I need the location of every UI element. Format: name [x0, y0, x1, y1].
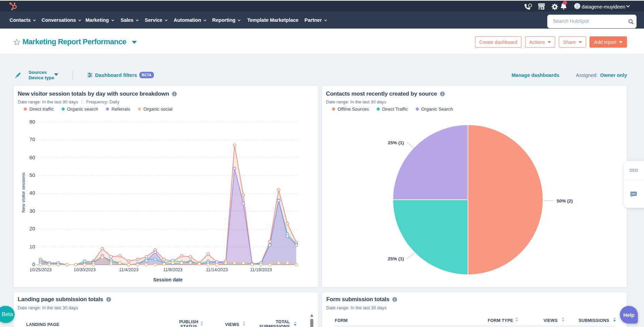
svg-text:New visitor sessions: New visitor sessions — [21, 173, 26, 213]
svg-text:11/14/2023: 11/14/2023 — [206, 267, 228, 272]
svg-text:20: 20 — [29, 226, 35, 231]
svg-text:70: 70 — [29, 136, 35, 142]
svg-text:50% (2): 50% (2) — [557, 198, 573, 203]
svg-text:60: 60 — [29, 154, 35, 160]
svg-text:30: 30 — [29, 208, 35, 214]
svg-text:10/25/2023: 10/25/2023 — [29, 267, 51, 272]
svg-text:80: 80 — [29, 119, 35, 125]
svg-text:10: 10 — [29, 244, 35, 249]
svg-text:0: 0 — [32, 261, 35, 267]
svg-text:25% (1): 25% (1) — [388, 256, 404, 261]
svg-text:25% (1): 25% (1) — [388, 140, 404, 145]
svg-text:40: 40 — [29, 190, 35, 196]
svg-text:11/19/2023: 11/19/2023 — [250, 267, 272, 272]
svg-text:11/4/2023: 11/4/2023 — [119, 267, 139, 272]
svg-text:50: 50 — [29, 172, 35, 178]
svg-text:11/9/2023: 11/9/2023 — [163, 267, 183, 272]
svg-text:10/30/2023: 10/30/2023 — [74, 267, 96, 272]
svg-text:Session date: Session date — [153, 277, 183, 282]
